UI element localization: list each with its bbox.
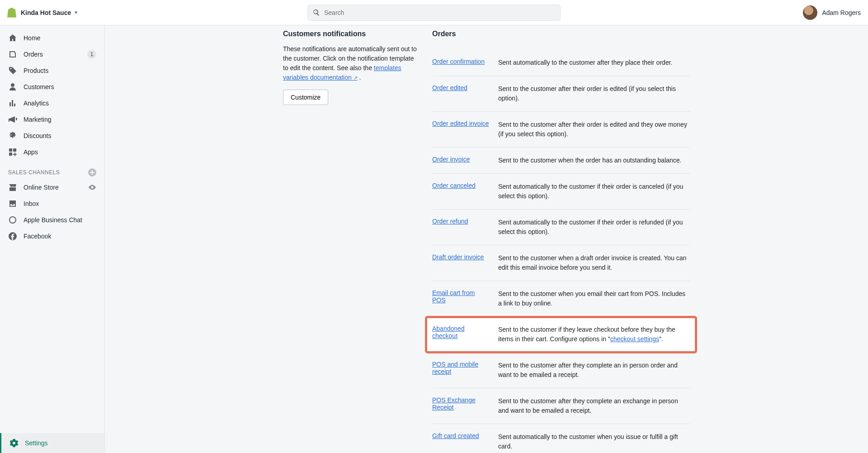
circle-icon [8,215,17,224]
notification-desc: Sent to the customer after their order i… [498,84,690,103]
settings-label: Settings [25,439,48,447]
notification-row: Draft order invoiceSent to the customer … [432,245,690,281]
notification-link[interactable]: Order edited invoice [432,120,489,127]
user-menu[interactable]: Adam Rogers [803,5,861,20]
nav-label: Analytics [24,100,96,107]
nav-orders[interactable]: Orders 1 [0,46,104,62]
search-placeholder: Search [324,9,344,16]
channel-label: Inbox [24,200,96,207]
notification-name-cell: POS Exchange Receipt [432,396,489,415]
topbar: Kinda Hot Sauce ▼ Search Adam Rogers [0,0,868,25]
notification-name-cell: Order refund [432,218,489,237]
nav-label: Discounts [24,132,96,139]
nav-apps[interactable]: Apps [0,144,104,160]
notification-name-cell: Order invoice [432,156,489,165]
channel-inbox[interactable]: Inbox [0,196,104,212]
notification-link[interactable]: POS and mobile receipt [432,361,478,375]
chevron-down-icon: ▼ [74,10,78,15]
notification-link[interactable]: Order confirmation [432,58,485,65]
notification-desc: Sent to the customer when a draft order … [498,253,690,272]
tag-icon [8,66,17,75]
notification-desc: Sent to the customer after they complete… [498,361,690,380]
notification-name-cell: Email cart from POS [432,289,489,308]
avatar [803,5,817,20]
notification-link[interactable]: Gift card created [432,432,479,439]
notification-row: Order invoiceSent to the customer when t… [432,148,690,174]
channel-label: Facebook [24,233,96,240]
customers-notifications-title: Customers notifications [283,30,419,38]
facebook-icon [8,232,17,241]
notification-link[interactable]: Order invoice [432,156,470,163]
search-icon [312,9,321,17]
search-input[interactable]: Search [307,5,561,21]
nav-products[interactable]: Products [0,62,104,79]
notification-link[interactable]: Email cart from POS [432,289,475,304]
checkout-settings-link[interactable]: checkout settings [610,335,659,343]
store-icon [8,183,17,192]
nav-home[interactable]: Home [0,30,104,46]
notification-link[interactable]: Abandoned checkout [432,325,465,339]
nav-settings[interactable]: Settings [0,433,104,453]
notification-name-cell: Order edited [432,84,489,103]
user-name: Adam Rogers [822,9,861,16]
notification-name-cell: POS and mobile receipt [432,361,489,380]
notification-desc: Sent to the customer when the order has … [498,156,690,165]
notification-link[interactable]: POS Exchange Receipt [432,396,476,411]
notification-row: Order confirmationSent automatically to … [432,50,690,76]
notification-row: Order editedSent to the customer after t… [432,76,690,112]
notification-row: Email cart from POSSent to the customer … [432,281,690,317]
nav-label: Products [24,67,96,74]
nav-analytics[interactable]: Analytics [0,95,104,111]
channel-online-store[interactable]: Online Store [0,179,104,196]
plus-icon [90,170,94,175]
notification-name-cell: Draft order invoice [432,253,489,272]
add-channel-button[interactable] [88,168,96,176]
eye-icon[interactable] [88,183,96,191]
orders-icon [8,50,17,59]
nav-customers[interactable]: Customers [0,79,104,95]
discount-icon [8,131,17,140]
sidebar: Home Orders 1 Products Customers Analyti… [0,25,105,453]
notification-desc: Sent to the customer after their order i… [498,120,690,139]
nav-label: Home [24,34,96,42]
notification-desc: Sent automatically to the customer if th… [498,218,690,237]
customize-button[interactable]: Customize [283,90,328,105]
home-icon [8,33,17,43]
notification-link[interactable]: Order canceled [432,182,476,189]
main-content: Customers notifications These notificati… [105,25,868,453]
nav-marketing[interactable]: Marketing [0,111,104,128]
nav-discounts[interactable]: Discounts [0,128,104,144]
gear-icon [9,439,19,448]
notification-link[interactable]: Order edited [432,84,467,91]
svg-point-0 [9,217,16,223]
notification-name-cell: Order confirmation [432,58,489,67]
nav-label: Apps [24,148,96,156]
shopify-logo-icon [7,8,16,18]
nav-label: Marketing [24,116,96,123]
inbox-icon [8,199,17,208]
nav-label: Customers [24,83,96,91]
sales-channels-label: SALES CHANNELS [8,169,60,176]
notification-row: POS Exchange ReceiptSent to the customer… [432,388,690,424]
notification-row: Gift card createdSent automatically to t… [432,424,690,453]
notification-desc: Sent automatically to the customer after… [498,58,690,67]
store-switcher[interactable]: Kinda Hot Sauce ▼ [7,8,107,18]
notification-link[interactable]: Draft order invoice [432,253,484,261]
channel-apple-business-chat[interactable]: Apple Business Chat [0,212,104,228]
channel-facebook[interactable]: Facebook [0,228,104,244]
left-panel: Customers notifications These notificati… [283,30,419,435]
channel-label: Online Store [24,184,82,191]
orders-panel: Orders Order confirmationSent automatica… [432,30,690,435]
notification-link[interactable]: Order refund [432,218,468,225]
notification-row: Order canceledSent automatically to the … [432,174,690,210]
notification-desc: Sent to the customer when you email thei… [498,289,690,308]
notification-desc: Sent to the customer if they leave check… [498,325,690,344]
notification-desc: Sent to the customer after they complete… [498,396,690,415]
notification-row: Abandoned checkoutSent to the customer i… [426,317,696,353]
nav-label: Orders [24,51,81,58]
user-icon [8,82,17,91]
notification-row: Order refundSent automatically to the cu… [432,210,690,245]
notification-desc: Sent automatically to the customer if th… [498,182,690,201]
notification-name-cell: Gift card created [432,432,489,451]
orders-title: Orders [432,30,690,38]
